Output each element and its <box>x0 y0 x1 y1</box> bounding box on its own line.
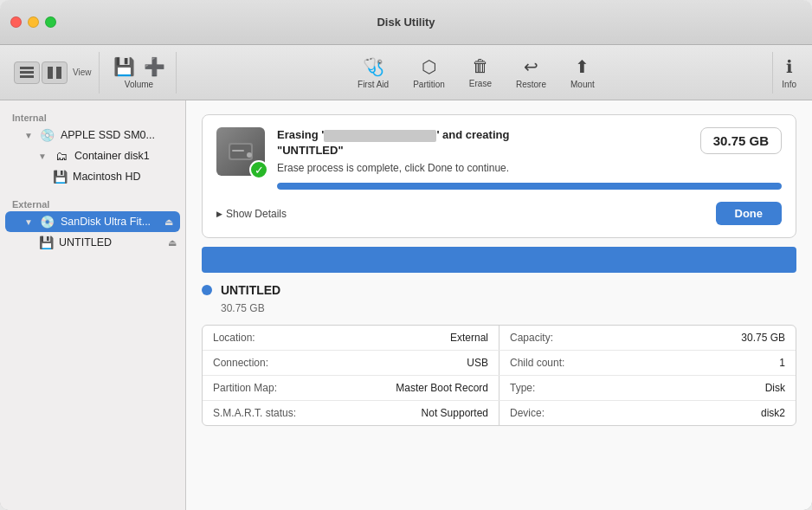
svg-rect-0 <box>20 67 34 69</box>
restore-label: Restore <box>516 80 546 89</box>
sandisk-label: SanDisk Ultra Fit... <box>61 216 151 228</box>
chevron-sandisk <box>24 217 33 227</box>
minimize-button[interactable] <box>28 16 39 28</box>
erase-title-suffix: ' and creating <box>436 128 509 141</box>
info-row-4: S.M.A.R.T. status: Not Supported Device:… <box>203 401 796 425</box>
info-cell-connection: Connection: USB <box>203 351 499 375</box>
device-label: Device: <box>510 407 761 419</box>
info-icon: ℹ <box>786 56 793 77</box>
erase-button[interactable]: 🗑 Erase <box>459 53 502 92</box>
volume-button[interactable]: 💾 ➕ Volume <box>103 52 177 94</box>
done-button[interactable]: Done <box>716 202 783 225</box>
untitled-eject-icon[interactable]: ⏏ <box>168 237 177 249</box>
macintosh-label: Macintosh HD <box>73 171 141 183</box>
main-area: Internal 💿 APPLE SSD SM0... 🗂 Container … <box>0 100 812 510</box>
mount-button[interactable]: ⬆ Mount <box>560 53 605 93</box>
sidebar-item-container-disk1[interactable]: 🗂 Container disk1 <box>0 145 185 166</box>
svg-rect-1 <box>20 71 34 74</box>
volume-label: Volume <box>125 80 153 89</box>
info-cell-partition: Partition Map: Master Boot Record <box>203 376 499 400</box>
location-label: Location: <box>213 332 450 344</box>
sandisk-icon: 💿 <box>40 214 55 229</box>
sidebar-item-untitled[interactable]: 💾 UNTITLED ⏏ <box>0 232 185 253</box>
chevron-right-icon: ▶ <box>216 210 222 218</box>
restore-icon: ↩ <box>524 56 538 77</box>
container-icon: 🗂 <box>54 148 69 164</box>
info-row-2: Connection: USB Child count: 1 <box>203 351 796 376</box>
partition-button[interactable]: ⬡ Partition <box>403 53 455 93</box>
info-label: Info <box>782 80 796 89</box>
sidebar-item-sandisk[interactable]: 💿 SanDisk Ultra Fit... ⏏ <box>5 211 180 232</box>
view-list-button[interactable] <box>14 61 40 84</box>
fullscreen-button[interactable] <box>45 16 56 28</box>
connection-label: Connection: <box>213 357 467 369</box>
info-cell-type: Type: Disk <box>499 376 796 400</box>
size-badge: 30.75 GB <box>700 127 782 154</box>
toolbar-center: 🩺 First Aid ⬡ Partition 🗑 Erase ↩ Restor… <box>180 53 773 93</box>
svg-rect-3 <box>48 67 53 79</box>
svg-rect-4 <box>56 67 61 79</box>
toolbar: View 💾 ➕ Volume 🩺 First Aid ⬡ Partition … <box>0 45 812 100</box>
sidebar-external-label: External <box>0 194 185 211</box>
info-button[interactable]: ℹ Info <box>772 52 805 94</box>
partition-label: Partition Map: <box>213 382 396 394</box>
connection-value: USB <box>467 357 488 369</box>
volume-icon: 💾 <box>113 56 135 77</box>
drive-icon-wrap: ✓ <box>216 127 265 176</box>
close-button[interactable] <box>10 16 22 28</box>
apple-ssd-label: APPLE SSD SM0... <box>61 129 155 141</box>
childcount-label: Child count: <box>510 357 779 369</box>
volume-icon2: ➕ <box>144 56 165 77</box>
erase-message: Erase process is complete, click Done to… <box>277 162 782 174</box>
chevron-container <box>38 152 47 161</box>
first-aid-button[interactable]: 🩺 First Aid <box>347 53 399 93</box>
erase-icon: 🗑 <box>472 56 489 76</box>
smart-label: S.M.A.R.T. status: <box>213 407 422 419</box>
erase-panel: ✓ Erasing '' and creating "UNTITLED" Era… <box>202 114 796 238</box>
capacity-value: 30.75 GB <box>741 332 785 344</box>
view-label: View <box>69 68 92 77</box>
info-cell-childcount: Child count: 1 <box>499 351 796 375</box>
untitled-icon: 💾 <box>38 235 54 250</box>
disk-usage-bar <box>202 247 796 273</box>
untitled-label: UNTITLED <box>59 236 112 249</box>
disk-size: 30.75 GB <box>186 302 812 325</box>
erase-header: ✓ Erasing '' and creating "UNTITLED" Era… <box>216 127 782 193</box>
capacity-label: Capacity: <box>510 332 741 344</box>
partition-icon: ⬡ <box>422 56 436 77</box>
redacted-name <box>324 130 436 142</box>
success-badge: ✓ <box>249 160 268 179</box>
info-row-3: Partition Map: Master Boot Record Type: … <box>203 376 796 401</box>
type-value: Disk <box>765 382 785 394</box>
device-value: disk2 <box>761 407 785 419</box>
disk-dot <box>202 285 212 295</box>
disk-utility-window: Disk Utility View 💾 ➕ Volume 🩺 Firs <box>0 0 812 510</box>
mount-icon: ⬆ <box>575 56 590 77</box>
info-cell-location: Location: External <box>203 326 499 350</box>
partition-value: Master Boot Record <box>396 382 488 394</box>
eject-icon[interactable]: ⏏ <box>164 216 173 228</box>
sidebar: Internal 💿 APPLE SSD SM0... 🗂 Container … <box>0 100 186 510</box>
view-column-button[interactable] <box>42 61 68 84</box>
restore-button[interactable]: ↩ Restore <box>506 53 557 93</box>
progress-bar-wrap <box>277 183 782 190</box>
traffic-lights <box>10 16 56 28</box>
disk-info-header: UNTITLED <box>186 283 812 302</box>
erase-footer: ▶ Show Details Done <box>216 202 782 225</box>
erase-title-quoted: "UNTITLED" <box>277 144 344 157</box>
show-details-button[interactable]: ▶ Show Details <box>216 208 287 220</box>
first-aid-label: First Aid <box>358 80 389 89</box>
partition-label: Partition <box>413 80 445 89</box>
chevron-apple-ssd <box>24 131 33 140</box>
title-bar: Disk Utility <box>0 0 812 45</box>
sidebar-item-macintosh-hd[interactable]: 💾 Macintosh HD <box>0 166 185 187</box>
show-details-label: Show Details <box>226 208 287 220</box>
info-cell-device: Device: disk2 <box>499 401 796 425</box>
smart-value: Not Supported <box>422 407 488 419</box>
mount-label: Mount <box>570 80 595 89</box>
info-cell-smart: S.M.A.R.T. status: Not Supported <box>203 401 499 425</box>
info-row-1: Location: External Capacity: 30.75 GB <box>203 326 796 351</box>
childcount-value: 1 <box>779 357 785 369</box>
sidebar-item-apple-ssd[interactable]: 💿 APPLE SSD SM0... <box>0 125 185 145</box>
erase-title-prefix: Erasing ' <box>277 128 324 141</box>
